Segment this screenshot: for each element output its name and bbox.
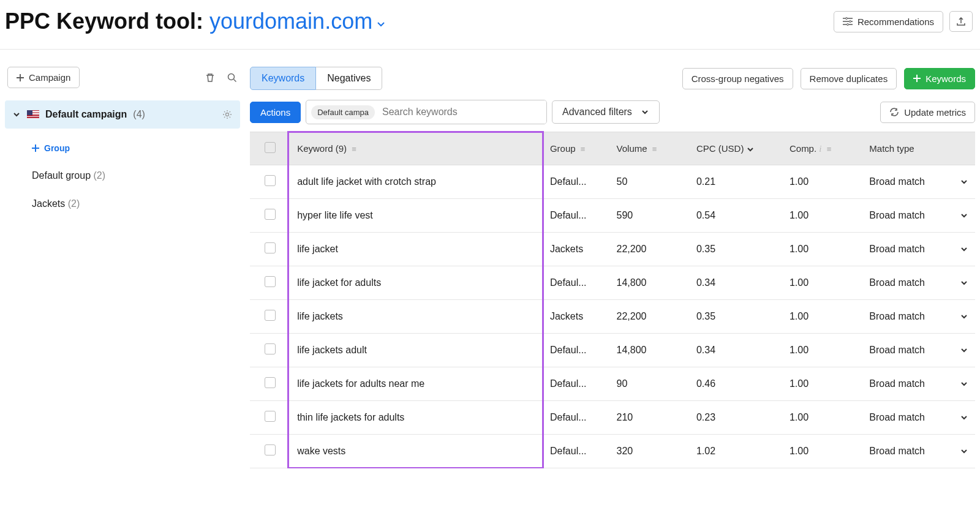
search-keywords-input[interactable] — [375, 100, 546, 124]
cell-keyword: adult life jacket with crotch strap — [290, 165, 543, 199]
export-button[interactable] — [949, 11, 973, 32]
chevron-down-icon — [960, 212, 968, 219]
chevron-down-icon — [960, 414, 968, 421]
column-header-match[interactable]: Match type — [862, 132, 975, 165]
cell-volume: 320 — [609, 435, 689, 468]
cell-comp: 1.00 — [782, 401, 862, 435]
row-checkbox[interactable] — [265, 444, 276, 455]
advanced-filters-button[interactable]: Advanced filters — [552, 100, 660, 124]
row-checkbox[interactable] — [265, 209, 276, 220]
flag-icon-us — [27, 110, 39, 119]
delete-button[interactable] — [205, 72, 216, 83]
add-keywords-button[interactable]: Keywords — [904, 68, 975, 89]
column-header-cpc[interactable]: CPC (USD) — [689, 132, 782, 165]
sidebar-group-item[interactable]: Default group (2) — [5, 162, 240, 190]
cell-group: Defaul... — [550, 345, 599, 356]
add-campaign-label: Campaign — [29, 72, 70, 83]
match-type-selector[interactable]: Broad match — [869, 244, 968, 255]
campaign-settings-button[interactable] — [222, 109, 233, 120]
campaign-row[interactable]: Default campaign (4) — [5, 100, 240, 129]
cross-group-negatives-button[interactable]: Cross-group negatives — [682, 68, 793, 89]
select-all-checkbox[interactable] — [265, 142, 276, 153]
campaign-name: Default campaign — [45, 109, 127, 120]
table-row: life jackets adultDefaul...14,8000.341.0… — [250, 334, 975, 367]
tool-title: PPC Keyword tool: — [5, 9, 203, 34]
update-metrics-button[interactable]: Update metrics — [880, 102, 975, 123]
domain-name: yourdomain.com — [209, 9, 372, 34]
tab-keywords[interactable]: Keywords — [250, 67, 316, 90]
campaign-count: (4) — [133, 109, 145, 120]
table-row: life jacket for adultsDefaul...14,8000.3… — [250, 266, 975, 300]
cell-keyword: life jacket for adults — [290, 266, 543, 300]
cell-keyword: wake vests — [290, 435, 543, 468]
refresh-icon — [889, 107, 899, 117]
cell-group: Defaul... — [550, 412, 599, 423]
row-checkbox[interactable] — [265, 276, 276, 287]
column-header-keyword[interactable]: Keyword (9) ≡ — [290, 132, 543, 165]
sort-icon: ≡ — [352, 144, 356, 154]
cell-volume: 14,800 — [609, 266, 689, 300]
row-checkbox[interactable] — [265, 343, 276, 354]
actions-button[interactable]: Actions — [250, 102, 301, 123]
cell-volume: 590 — [609, 199, 689, 233]
row-checkbox[interactable] — [265, 310, 276, 321]
match-type-selector[interactable]: Broad match — [869, 311, 968, 322]
page-header: PPC Keyword tool: yourdomain.com Recomme… — [0, 0, 980, 50]
match-type-selector[interactable]: Broad match — [869, 277, 968, 288]
add-campaign-button[interactable]: Campaign — [7, 67, 80, 88]
column-header-group[interactable]: Group ≡ — [543, 132, 609, 165]
cell-cpc: 0.34 — [689, 266, 782, 300]
cell-comp: 1.00 — [782, 233, 862, 266]
remove-duplicates-button[interactable]: Remove duplicates — [801, 68, 897, 89]
main-panel: Keywords Negatives Cross-group negatives… — [245, 67, 980, 468]
table-row: adult life jacket with crotch strapDefau… — [250, 165, 975, 199]
recommendations-button[interactable]: Recommendations — [834, 11, 943, 32]
gear-icon — [222, 109, 233, 120]
cell-group: Jackets — [550, 311, 599, 322]
search-button[interactable] — [227, 72, 238, 83]
column-header-volume[interactable]: Volume ≡ — [609, 132, 689, 165]
cell-comp: 1.00 — [782, 266, 862, 300]
match-type-selector[interactable]: Broad match — [869, 345, 968, 356]
search-filter-pill[interactable]: Default campa — [311, 105, 375, 119]
chevron-down-icon — [376, 19, 386, 29]
column-header-comp[interactable]: Comp. i ≡ — [782, 132, 862, 165]
cell-group: Defaul... — [550, 176, 599, 187]
row-checkbox[interactable] — [265, 411, 276, 422]
table-row: hyper lite life vestDefaul...5900.541.00… — [250, 199, 975, 233]
sidebar-group-item[interactable]: Jackets (2) — [5, 190, 240, 218]
row-checkbox[interactable] — [265, 175, 276, 186]
cell-cpc: 0.54 — [689, 199, 782, 233]
svg-point-3 — [228, 73, 235, 80]
match-type-selector[interactable]: Broad match — [869, 446, 968, 457]
cell-cpc: 1.02 — [689, 435, 782, 468]
match-type-selector[interactable]: Broad match — [869, 378, 968, 389]
cell-keyword: life jacket — [290, 233, 543, 266]
table-row: life jacketsJackets22,2000.351.00Broad m… — [250, 300, 975, 334]
match-type-selector[interactable]: Broad match — [869, 210, 968, 221]
table-row: wake vestsDefaul...3201.021.00Broad matc… — [250, 435, 975, 468]
add-group-button[interactable]: Group — [5, 135, 240, 162]
tab-negatives[interactable]: Negatives — [316, 67, 382, 90]
match-type-selector[interactable]: Broad match — [869, 412, 968, 423]
info-icon: i — [819, 144, 821, 154]
chevron-down-icon — [641, 108, 649, 116]
cell-cpc: 0.46 — [689, 367, 782, 401]
row-checkbox[interactable] — [265, 242, 276, 253]
svg-point-4 — [226, 113, 229, 116]
plus-icon — [913, 75, 921, 82]
table-row: life jacketJackets22,2000.351.00Broad ma… — [250, 233, 975, 266]
match-type-selector[interactable]: Broad match — [869, 176, 968, 187]
cell-cpc: 0.35 — [689, 233, 782, 266]
search-icon — [227, 72, 238, 83]
chevron-down-icon — [747, 146, 754, 153]
group-count: (2) — [94, 170, 106, 181]
cell-keyword: life jackets for adults near me — [290, 367, 543, 401]
cell-group: Defaul... — [550, 446, 599, 457]
chevron-down-icon — [960, 380, 968, 388]
group-count: (2) — [68, 198, 80, 209]
row-checkbox[interactable] — [265, 377, 276, 388]
cell-volume: 22,200 — [609, 233, 689, 266]
domain-selector[interactable]: yourdomain.com — [209, 9, 386, 34]
plus-icon — [32, 144, 39, 152]
